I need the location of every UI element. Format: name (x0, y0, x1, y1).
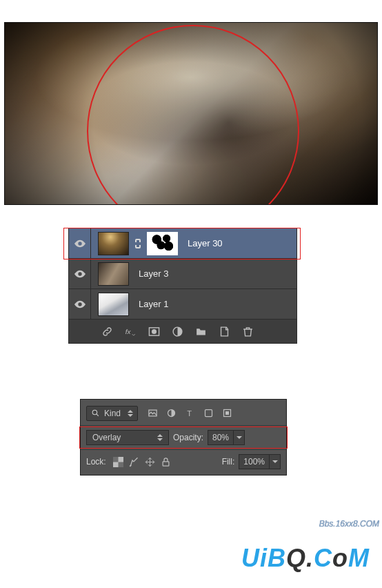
svg-rect-8 (205, 410, 212, 417)
opacity-input[interactable]: 80% (208, 430, 234, 445)
fill-value: 100% (243, 457, 265, 467)
filter-pixel-icon[interactable] (148, 408, 158, 418)
fill-input[interactable]: 100% (239, 454, 270, 469)
link-icon (135, 239, 141, 248)
lock-label: Lock: (86, 457, 106, 467)
blend-mode-dropdown[interactable]: Overlay (86, 430, 169, 445)
stepper-icon (154, 434, 165, 441)
link-layers-icon[interactable] (101, 326, 113, 337)
brand-logo: UiBQ.CoM (241, 544, 370, 573)
layers-panel-footer: fx (69, 320, 296, 343)
search-icon (91, 409, 100, 418)
svg-rect-14 (163, 461, 169, 465)
layers-panel: Layer 30 Layer 3 Layer 1 fx (68, 228, 297, 344)
filter-kind-dropdown[interactable]: Kind (86, 406, 138, 421)
blend-mode-value: Overlay (92, 433, 121, 442)
layer-mask-thumbnail[interactable] (147, 232, 178, 255)
eye-icon (74, 300, 86, 308)
filter-kind-label: Kind (100, 409, 125, 418)
eye-icon (74, 270, 86, 278)
lock-pixels-icon[interactable] (129, 457, 139, 467)
layer-thumbnail[interactable] (98, 232, 129, 255)
svg-point-2 (152, 329, 157, 333)
svg-rect-13 (118, 462, 123, 467)
layer-row[interactable]: Layer 3 (69, 259, 296, 289)
filter-smart-icon[interactable] (222, 408, 232, 418)
new-group-icon[interactable] (195, 326, 207, 337)
lock-all-icon[interactable] (161, 457, 171, 467)
visibility-toggle[interactable] (69, 259, 91, 288)
svg-text:fx: fx (125, 328, 132, 335)
layer-name-label: Layer 1 (139, 299, 168, 309)
svg-rect-12 (113, 457, 119, 462)
fill-flyout-button[interactable] (270, 454, 281, 469)
layer-options-panel: Kind T Overlay Opacity: 80% Lock: (80, 399, 287, 476)
visibility-toggle[interactable] (69, 228, 91, 258)
filter-adjust-icon[interactable] (166, 408, 177, 418)
visibility-toggle[interactable] (69, 289, 91, 319)
lock-row: Lock: Fill: 100% (81, 449, 286, 473)
blend-row: Overlay Opacity: 80% (81, 425, 286, 449)
filter-shape-icon[interactable] (203, 408, 214, 418)
layer-row-body[interactable]: Layer 1 (91, 293, 296, 316)
document-canvas (4, 22, 378, 205)
layer-name-label: Layer 3 (139, 268, 168, 279)
layer-row-body[interactable]: Layer 3 (91, 262, 296, 286)
layer-row[interactable]: Layer 30 (69, 228, 296, 259)
layer-row-body[interactable]: Layer 30 (91, 232, 296, 255)
opacity-label: Opacity: (173, 433, 203, 442)
lock-position-icon[interactable] (145, 457, 155, 467)
svg-text:T: T (187, 409, 192, 418)
mask-link-icon[interactable] (133, 233, 143, 254)
layer-thumbnail[interactable] (98, 293, 129, 316)
svg-point-4 (92, 410, 97, 415)
add-mask-icon[interactable] (148, 326, 160, 337)
opacity-value: 80% (212, 433, 229, 442)
watermark-url: Bbs.16xx8.COM (319, 519, 379, 529)
stepper-icon (125, 410, 136, 417)
delete-layer-icon[interactable] (242, 326, 254, 337)
svg-rect-10 (225, 411, 229, 415)
filter-row: Kind T (81, 401, 286, 425)
filter-type-icon[interactable]: T (185, 408, 195, 418)
new-layer-icon[interactable] (219, 326, 230, 337)
adjustment-layer-icon[interactable] (172, 326, 183, 337)
layer-row[interactable]: Layer 1 (69, 289, 296, 320)
eye-icon (74, 239, 86, 248)
fx-icon[interactable]: fx (125, 326, 137, 337)
lock-transparency-icon[interactable] (113, 457, 123, 467)
layer-thumbnail[interactable] (98, 262, 129, 286)
layer-name-label: Layer 30 (188, 238, 223, 248)
opacity-flyout-button[interactable] (234, 430, 245, 445)
fill-label: Fill: (222, 457, 235, 467)
